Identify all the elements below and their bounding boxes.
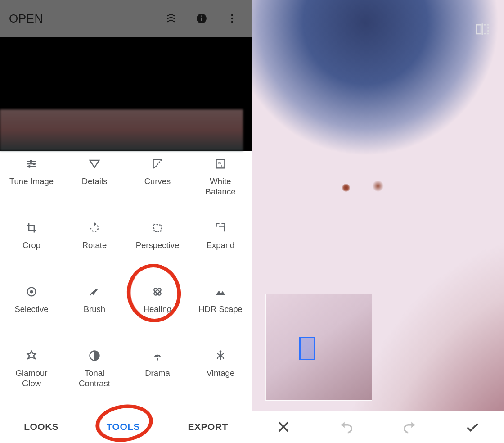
- tab-looks[interactable]: LOOKS: [24, 421, 58, 432]
- tool-healing[interactable]: Healing: [126, 285, 189, 337]
- tune-image-icon: [25, 157, 38, 171]
- sheet-overlay-dim: [0, 0, 252, 151]
- tool-crop[interactable]: Crop: [0, 221, 63, 273]
- tool-label: Expand: [207, 240, 235, 250]
- tools-panel: Tune Image Details Curves WB White Balan…: [0, 151, 252, 443]
- tool-perspective[interactable]: Perspective: [126, 221, 189, 273]
- brush-icon: [88, 285, 101, 298]
- tool-label: White Balance: [206, 176, 236, 197]
- rotate-icon: [88, 221, 101, 235]
- tool-label: Details: [82, 176, 108, 186]
- tool-label: Brush: [84, 304, 105, 314]
- compare-icon[interactable]: [473, 20, 491, 38]
- tool-expand[interactable]: Expand: [189, 221, 252, 273]
- white-balance-icon: WB: [214, 157, 227, 171]
- svg-point-6: [30, 160, 32, 163]
- perspective-icon: [151, 221, 164, 235]
- tool-label: HDR Scape: [198, 304, 243, 314]
- editor-right-screen: [252, 0, 504, 443]
- tool-tune-image[interactable]: Tune Image: [0, 157, 63, 209]
- tool-label: Tonal Contrast: [79, 368, 110, 389]
- drama-icon: [151, 349, 164, 362]
- healing-icon: [151, 285, 164, 298]
- tool-rotate[interactable]: Rotate: [63, 221, 126, 273]
- tool-glamour-glow[interactable]: Glamour Glow: [0, 349, 63, 401]
- tool-label: Vintage: [207, 368, 234, 378]
- glamour-glow-icon: [25, 349, 38, 362]
- tool-label: Healing: [144, 304, 172, 314]
- tool-curves[interactable]: Curves: [126, 157, 189, 209]
- svg-point-18: [220, 350, 222, 353]
- tool-label: Rotate: [82, 240, 107, 250]
- tool-label: Perspective: [136, 240, 180, 250]
- tool-hdr-scape[interactable]: HDR Scape: [189, 285, 252, 337]
- edit-footer: [252, 411, 504, 443]
- redo-button[interactable]: [400, 417, 419, 437]
- details-icon: [88, 157, 101, 171]
- hdr-scape-icon: [214, 285, 227, 298]
- tonal-contrast-icon: [88, 349, 101, 362]
- tab-export[interactable]: EXPORT: [188, 421, 228, 432]
- tool-white-balance[interactable]: WB White Balance: [189, 157, 252, 209]
- tool-label: Selective: [14, 304, 48, 314]
- tab-tools[interactable]: TOOLS: [107, 421, 140, 432]
- tool-label: Tune Image: [9, 176, 54, 186]
- editor-left-screen: OPEN Tune Image Details: [0, 0, 252, 443]
- svg-text:B: B: [221, 164, 224, 168]
- tool-selective[interactable]: Selective: [0, 285, 63, 337]
- bottom-tabs: LOOKS TOOLS EXPORT: [0, 411, 252, 443]
- svg-point-8: [28, 166, 31, 168]
- tool-brush[interactable]: Brush: [63, 285, 126, 337]
- tool-tonal-contrast[interactable]: Tonal Contrast: [63, 349, 126, 401]
- tool-details[interactable]: Details: [63, 157, 126, 209]
- top-area: OPEN: [0, 0, 252, 151]
- vintage-icon: [214, 349, 227, 362]
- navigator-thumbnail[interactable]: [266, 294, 372, 401]
- tool-label: Crop: [22, 240, 40, 250]
- tool-vintage[interactable]: Vintage: [189, 349, 252, 401]
- svg-rect-24: [477, 25, 481, 34]
- tool-label: Curves: [144, 176, 171, 186]
- tool-label: Drama: [145, 368, 170, 378]
- expand-icon: [214, 221, 227, 235]
- selective-icon: [25, 285, 38, 298]
- crop-icon: [25, 221, 38, 235]
- apply-button[interactable]: [463, 417, 482, 437]
- svg-point-7: [33, 163, 36, 165]
- svg-point-13: [30, 290, 33, 294]
- tool-drama[interactable]: Drama: [126, 349, 189, 401]
- tool-label: Glamour Glow: [16, 368, 48, 389]
- cancel-button[interactable]: [274, 417, 293, 437]
- curves-icon: [151, 157, 164, 171]
- navigator-viewport[interactable]: [299, 337, 315, 360]
- image-blemish: [342, 184, 350, 192]
- undo-button[interactable]: [337, 417, 356, 437]
